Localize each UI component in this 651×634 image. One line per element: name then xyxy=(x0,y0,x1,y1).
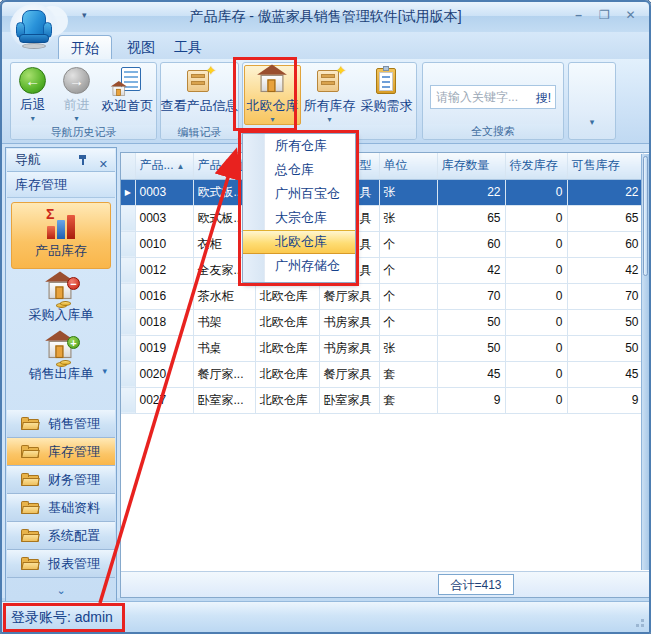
all-stock-icon: ✦ xyxy=(315,67,345,95)
tab-view[interactable]: 视图 xyxy=(115,35,167,59)
row-indicator-cell xyxy=(121,283,135,309)
scrollbar-thumb[interactable] xyxy=(643,156,648,276)
nav-module-item[interactable]: 库存管理 xyxy=(7,438,115,466)
view-product-info-button[interactable]: ✦ 查看产品信息 xyxy=(162,65,238,125)
ribbon-group-edit-record: ✦ 查看产品信息 编辑记录 xyxy=(160,62,239,140)
nav-module-item[interactable]: 财务管理 xyxy=(7,466,115,494)
search-go-button[interactable]: 搜! xyxy=(536,90,551,107)
chevron-down-icon[interactable]: ⌄ xyxy=(6,584,116,597)
sort-ascending-icon: ▲ xyxy=(177,162,185,171)
nav-module-item[interactable]: 销售管理 xyxy=(7,410,115,438)
folder-icon xyxy=(21,557,40,571)
back-button[interactable]: ← 后退 ▾ xyxy=(11,65,55,125)
table-cell: 0016 xyxy=(135,283,193,309)
product-info-icon: ✦ xyxy=(185,67,215,95)
table-row[interactable]: 0027卧室家...北欧仓库卧室家具套909 xyxy=(121,387,643,413)
house-minus-icon: − xyxy=(46,275,76,303)
warehouse-menu-item[interactable]: 大宗仓库 xyxy=(243,206,355,230)
minimize-button[interactable]: – xyxy=(570,7,587,24)
table-row[interactable]: 0018书架北欧仓库书房家具个50050 xyxy=(121,309,643,335)
forward-icon: → xyxy=(63,67,90,94)
group-label-fulltext-search: 全文搜索 xyxy=(423,124,563,139)
table-cell: 60 xyxy=(567,231,643,257)
table-row[interactable]: 0019书桌北欧仓库书房家具张50050 xyxy=(121,335,643,361)
table-header-cell[interactable]: 产品...▲ xyxy=(135,153,193,179)
nav-module-item[interactable]: 报表管理 xyxy=(7,550,115,578)
table-cell: 60 xyxy=(437,231,505,257)
nav-module-label: 基础资料 xyxy=(48,499,100,517)
table-cell: 70 xyxy=(437,283,505,309)
folder-icon xyxy=(21,473,40,487)
table-cell: 0010 xyxy=(135,231,193,257)
table-row[interactable]: 0020餐厅家...北欧仓库餐厅家具套45045 xyxy=(121,361,643,387)
tab-tools[interactable]: 工具 xyxy=(162,35,214,59)
nav-module-label: 系统配置 xyxy=(48,527,100,545)
table-row[interactable]: ▶0003欧式板..北欧仓库卧室家具张22022 xyxy=(121,179,643,205)
warehouse-menu-item[interactable]: 广州百宝仓 xyxy=(243,182,355,206)
table-header-cell[interactable]: 可售库存 xyxy=(567,153,643,179)
app-logo-armchair-icon[interactable] xyxy=(10,4,66,56)
warehouse-menu-item[interactable]: 所有仓库 xyxy=(243,134,355,158)
row-indicator-cell xyxy=(121,361,135,387)
shortcut-purchase-in[interactable]: − 采购入库单 xyxy=(11,275,111,324)
table-header-cell[interactable]: 单位 xyxy=(379,153,437,179)
purchase-demand-button[interactable]: 采购需求 xyxy=(358,65,415,125)
ribbon-group-warehouse: 北欧仓库 ▾ ✦ 所有库存 ▾ 采购需求 xyxy=(242,62,417,140)
warehouse-filter-button[interactable]: 北欧仓库 ▾ xyxy=(244,65,301,125)
table-row[interactable]: 0016茶水柜北欧仓库餐厅家具个70070 xyxy=(121,283,643,309)
folder-icon xyxy=(21,445,40,459)
table-cell: 北欧仓库 xyxy=(255,335,319,361)
warehouse-menu-item[interactable]: 总仓库 xyxy=(243,158,355,182)
close-button[interactable]: ✕ xyxy=(622,7,639,24)
chevron-down-icon[interactable]: ▾ xyxy=(590,117,595,127)
table-cell: 卧室家具 xyxy=(319,387,379,413)
maximize-button[interactable]: ❐ xyxy=(596,7,613,24)
table-header-cell[interactable]: 库存数量 xyxy=(437,153,505,179)
folder-icon xyxy=(21,501,40,515)
quick-access-caret-icon[interactable]: ▾ xyxy=(82,10,87,20)
table-cell: 餐厅家... xyxy=(193,361,255,387)
table-cell: 卧室家... xyxy=(193,387,255,413)
welcome-home-button[interactable]: 欢迎首页 xyxy=(98,65,156,125)
back-icon: ← xyxy=(19,67,46,94)
login-account-label: 登录账号: admin xyxy=(11,609,113,627)
all-stock-button[interactable]: ✦ 所有库存 ▾ xyxy=(301,65,358,125)
table-cell: 北欧仓库 xyxy=(255,387,319,413)
nav-module-item[interactable]: 基础资料 xyxy=(7,494,115,522)
table-cell: 42 xyxy=(567,257,643,283)
resize-grip[interactable] xyxy=(632,615,644,627)
shortcut-product-stock[interactable]: Σ 产品库存 xyxy=(11,202,111,269)
pin-icon[interactable] xyxy=(77,154,89,166)
shortcut-sales-out[interactable]: + 销售出库单 xyxy=(11,334,111,383)
ribbon-group-fulltext-search: 搜! 全文搜索 xyxy=(422,62,564,140)
ribbon: ← 后退 ▾ → 前进 ▾ 欢迎首页 导航历史记录 xyxy=(2,59,649,144)
table-cell: 书房家具 xyxy=(319,335,379,361)
sparkle-icon: ✦ xyxy=(336,63,347,78)
table-cell: 65 xyxy=(437,205,505,231)
table-cell: 北欧仓库 xyxy=(255,361,319,387)
warehouse-menu-item[interactable]: 北欧仓库 xyxy=(243,230,355,254)
tab-start[interactable]: 开始 xyxy=(58,35,112,59)
table-cell: 0 xyxy=(505,205,567,231)
chevron-down-icon: ▾ xyxy=(31,115,35,123)
splitter-handle[interactable] xyxy=(6,403,116,410)
vertical-scrollbar[interactable] xyxy=(641,154,649,570)
ribbon-tab-row: 开始 视图 工具 xyxy=(2,32,649,59)
nav-module-item[interactable]: 系统配置 xyxy=(7,522,115,550)
nav-module-label: 销售管理 xyxy=(48,415,100,433)
table-cell: 0019 xyxy=(135,335,193,361)
table-cell: 45 xyxy=(567,361,643,387)
table-row[interactable]: 0010衣柜北欧仓库卧室家具个60060 xyxy=(121,231,643,257)
chevron-down-icon[interactable]: ▾ xyxy=(102,366,107,376)
window-title: 产品库存 - 傲蓝家具销售管理软件[试用版本] xyxy=(2,8,649,26)
table-cell: 套 xyxy=(379,387,437,413)
table-cell: 0 xyxy=(505,387,567,413)
warehouse-menu-item[interactable]: 广州存储仓 xyxy=(243,254,355,278)
title-bar: 产品库存 - 傲蓝家具销售管理软件[试用版本] ▾ – ❐ ✕ xyxy=(2,2,649,32)
table-cell: 个 xyxy=(379,231,437,257)
chevron-down-icon: ▾ xyxy=(327,116,331,124)
forward-button[interactable]: → 前进 ▾ xyxy=(55,65,99,125)
table-header-cell[interactable]: 待发库存 xyxy=(505,153,567,179)
table-row[interactable]: 0012全友家..北欧仓库客厅家具个42042 xyxy=(121,257,643,283)
table-row[interactable]: 0003欧式板..北欧仓库卧室家具张65065 xyxy=(121,205,643,231)
